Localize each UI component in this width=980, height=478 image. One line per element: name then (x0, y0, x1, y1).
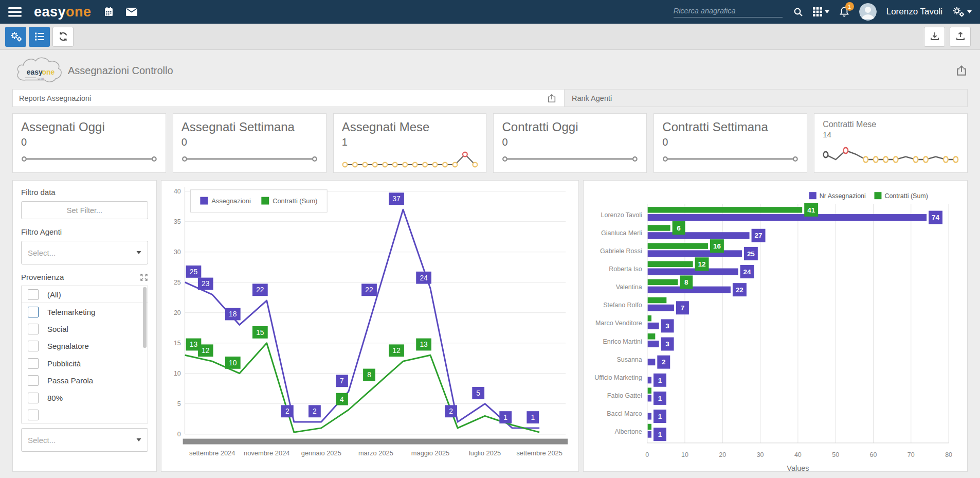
search-input[interactable] (674, 7, 783, 15)
svg-text:24: 24 (420, 274, 428, 282)
svg-text:Values: Values (787, 464, 809, 471)
svg-text:20: 20 (174, 309, 181, 316)
easyone-crm-logo: easy one crm (12, 55, 65, 86)
provenienza-option[interactable]: 80% (22, 389, 148, 406)
checkbox[interactable] (28, 289, 39, 300)
search-icon[interactable] (793, 7, 803, 17)
svg-text:1: 1 (658, 413, 662, 420)
tab-rank-agenti[interactable]: Rank Agenti (564, 90, 967, 107)
logo-crm-text: crm (38, 76, 44, 81)
user-avatar[interactable] (859, 3, 877, 21)
bottom-select-placeholder: Select... (28, 436, 56, 445)
svg-text:1: 1 (658, 377, 662, 384)
svg-text:Bacci Marco: Bacci Marco (607, 410, 642, 417)
svg-text:3: 3 (665, 322, 669, 330)
svg-text:7: 7 (681, 304, 684, 312)
svg-text:Nr Assegnazioni: Nr Assegnazioni (820, 192, 866, 200)
provenienza-option[interactable] (22, 406, 148, 423)
svg-text:25: 25 (747, 250, 755, 258)
svg-text:12: 12 (698, 260, 706, 268)
checkbox[interactable] (28, 307, 39, 317)
kpi-card: Assegnati Mese1 (333, 113, 487, 173)
global-search (674, 6, 783, 17)
checkbox[interactable] (28, 375, 39, 386)
provenienza-option[interactable]: Telemarketing (22, 303, 148, 320)
filtro-data-label: Filtro data (21, 188, 148, 197)
svg-text:2: 2 (285, 407, 289, 415)
svg-text:80: 80 (945, 451, 952, 458)
tab-reports-label: Reports Assegnazioni (19, 94, 91, 102)
top-navbar: easyone 1 Lorenzo Tavoli (0, 0, 980, 24)
mail-icon[interactable] (126, 8, 137, 16)
set-filter-button[interactable]: Set Filter... (21, 201, 148, 219)
svg-text:4: 4 (340, 395, 344, 403)
logo-easy-text: easy (27, 68, 43, 76)
svg-text:35: 35 (174, 218, 181, 225)
list-view-button[interactable] (29, 27, 50, 47)
provenienza-option[interactable]: Pubblicità (22, 355, 148, 372)
kpi-value: 0 (182, 136, 318, 148)
agenti-select[interactable]: Select... (21, 241, 148, 264)
checkbox[interactable] (28, 410, 39, 420)
import-download-button[interactable] (924, 27, 945, 47)
tab-reports-assegnazioni[interactable]: Reports Assegnazioni (13, 90, 539, 107)
export-upload-button[interactable] (950, 27, 971, 47)
svg-text:gennaio 2025: gennaio 2025 (301, 449, 341, 457)
svg-text:37: 37 (392, 194, 401, 203)
header-share-icon[interactable] (955, 64, 968, 77)
refresh-button[interactable] (52, 27, 74, 47)
svg-text:1: 1 (531, 413, 535, 421)
chevron-down-icon (136, 438, 141, 441)
provenienza-option[interactable]: (All) (22, 286, 148, 303)
chevron-down-icon (825, 10, 829, 13)
chart-horizontal-scrollbar[interactable] (183, 439, 568, 445)
svg-text:5: 5 (476, 389, 480, 397)
svg-text:6: 6 (677, 224, 680, 232)
provenienza-label: Provenienza (21, 273, 64, 281)
svg-text:1: 1 (658, 431, 662, 438)
list-scrollbar[interactable] (143, 287, 147, 348)
svg-text:3: 3 (665, 340, 669, 348)
brand-one: one (66, 4, 92, 20)
svg-text:Ufficio Marketing: Ufficio Marketing (594, 374, 642, 381)
kpi-sparkline (342, 150, 478, 168)
kpi-title: Contratti Settimana (662, 120, 798, 134)
kpi-sparkline (823, 145, 959, 168)
bottom-select[interactable]: Select... (21, 428, 148, 452)
chevron-down-icon (136, 251, 141, 254)
expand-icon[interactable] (140, 273, 148, 281)
provenienza-option[interactable]: Segnalatore (22, 338, 148, 355)
checkbox[interactable] (28, 393, 39, 403)
svg-text:2: 2 (449, 407, 453, 415)
svg-text:22: 22 (256, 286, 264, 294)
tab-export-icon[interactable] (539, 90, 564, 107)
brand-easy: easy (34, 4, 66, 20)
user-name[interactable]: Lorenzo Tavoli (886, 7, 942, 17)
provenienza-option[interactable]: Passa Parola (22, 372, 148, 389)
kpi-title: Assegnati Oggi (21, 120, 157, 134)
svg-text:2: 2 (662, 358, 665, 366)
provenienza-option[interactable]: Social (22, 321, 148, 338)
kpi-card: Assegnati Oggi0 (12, 113, 166, 173)
checkbox[interactable] (28, 341, 39, 351)
svg-text:Marco Venditore: Marco Venditore (595, 320, 642, 327)
svg-text:23: 23 (202, 279, 210, 288)
checkbox[interactable] (28, 324, 39, 334)
svg-text:1: 1 (503, 413, 507, 421)
svg-text:Contratti (Sum): Contratti (Sum) (273, 197, 317, 205)
svg-text:Contratti (Sum): Contratti (Sum) (884, 192, 928, 200)
menu-hamburger-icon[interactable] (8, 7, 22, 17)
settings-gears-icon[interactable] (952, 6, 972, 17)
app-logo[interactable]: easyone (34, 5, 92, 19)
kpi-title: Contratti Mese (823, 120, 959, 129)
svg-text:16: 16 (713, 242, 721, 250)
checkbox[interactable] (28, 358, 39, 369)
apps-grid-icon[interactable] (813, 7, 829, 16)
svg-text:luglio 2025: luglio 2025 (469, 449, 501, 457)
svg-text:Susanna: Susanna (617, 356, 642, 363)
settings-gears-button[interactable] (5, 27, 26, 47)
chevron-down-icon (967, 10, 972, 13)
calendar-icon[interactable] (104, 7, 114, 17)
svg-text:10: 10 (229, 359, 237, 367)
notifications-bell-icon[interactable]: 1 (839, 6, 849, 17)
